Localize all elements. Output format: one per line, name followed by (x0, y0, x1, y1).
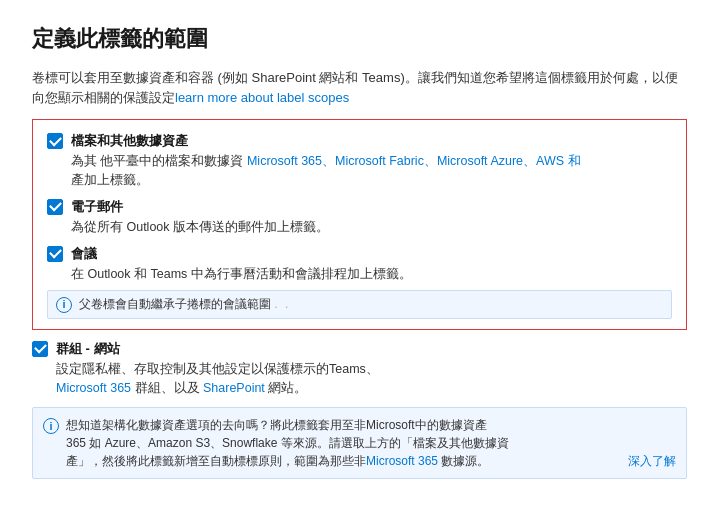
files-checkbox[interactable] (47, 133, 63, 149)
group-site-desc-mid: 群組、以及 (131, 381, 199, 395)
files-checkbox-item: 檔案和其他數據資產 (47, 132, 672, 150)
email-checkbox-item: 電子郵件 (47, 198, 672, 216)
email-label: 電子郵件 (71, 198, 123, 216)
group-site-section: 群組 - 網站 設定隱私權、存取控制及其他設定以保護標示的Teams、 Micr… (32, 340, 687, 398)
learn-more-link[interactable]: learn more about label scopes (175, 90, 349, 105)
bottom-info-content: 想知道架構化數據資產選項的去向嗎？將此標籤套用至非Microsoft中的數據資產… (66, 416, 676, 470)
group-site-label: 群組 - 網站 (56, 340, 120, 358)
bottom-info-suffix: 數據源。 (438, 454, 489, 468)
group-site-checkbox[interactable] (32, 341, 48, 357)
files-desc: 為其 他平臺中的檔案和數據資 Microsoft 365、Microsoft F… (71, 152, 672, 190)
files-label: 檔案和其他數據資產 (71, 132, 188, 150)
files-desc-suffix: 產加上標籤。 (71, 173, 149, 187)
meeting-info-row: i 父卷標會自動繼承子捲標的會議範圍 . . (47, 290, 672, 319)
meeting-info-icon: i (56, 297, 72, 313)
bottom-info-icon: i (43, 418, 59, 434)
files-desc-prefix: 為其 他平臺中的檔案和數據資 (71, 154, 243, 168)
bottom-info-line2: 365 如 Azure、Amazon S3、Snowflake 等來源。請選取上… (66, 436, 509, 450)
bordered-scope-section: 檔案和其他數據資產 為其 他平臺中的檔案和數據資 Microsoft 365、M… (32, 119, 687, 330)
intro-paragraph: 卷標可以套用至數據資產和容器 (例如 SharePoint 網站和 Teams)… (32, 68, 687, 107)
group-site-desc: 設定隱私權、存取控制及其他設定以保護標示的Teams、 Microsoft 36… (56, 360, 687, 398)
bottom-info-line3: 產」，然後將此標籤新增至自動標標原則，範圍為那些非 (66, 454, 366, 468)
meeting-desc: 在 Outlook 和 Teams 中為行事曆活動和會議排程加上標籤。 (71, 265, 672, 284)
email-checkbox[interactable] (47, 199, 63, 215)
bottom-info-blue: Microsoft 365 (366, 454, 438, 468)
group-site-desc-sharepoint: SharePoint (200, 381, 265, 395)
bottom-info-line1: 想知道架構化數據資產選項的去向嗎？將此標籤套用至非Microsoft中的數據資產 (66, 418, 487, 432)
meeting-info-label: 父卷標會自動繼承子捲標的會議範圍 (79, 297, 271, 311)
meeting-label: 會議 (71, 245, 97, 263)
group-site-checkbox-item: 群組 - 網站 (32, 340, 687, 358)
meeting-info-text: 父卷標會自動繼承子捲標的會議範圍 . . (79, 296, 290, 313)
page-title: 定義此標籤的範圍 (32, 24, 687, 54)
group-site-desc-suffix: 網站。 (265, 381, 307, 395)
bottom-info-box: i 想知道架構化數據資產選項的去向嗎？將此標籤套用至非Microsoft中的數據… (32, 407, 687, 479)
deep-learn-link[interactable]: 深入了解 (628, 452, 676, 470)
intro-text: 卷標可以套用至數據資產和容器 (例如 SharePoint 網站和 Teams)… (32, 70, 678, 105)
files-desc-brands: Microsoft 365、Microsoft Fabric、Microsoft… (243, 154, 580, 168)
group-site-desc-line1: 設定隱私權、存取控制及其他設定以保護標示的Teams、 (56, 362, 379, 376)
meeting-dots: . . (274, 297, 290, 311)
group-site-desc-ms365: Microsoft 365 (56, 381, 131, 395)
email-desc: 為從所有 Outlook 版本傳送的郵件加上標籤。 (71, 218, 672, 237)
meeting-checkbox[interactable] (47, 246, 63, 262)
meeting-checkbox-item: 會議 (47, 245, 672, 263)
